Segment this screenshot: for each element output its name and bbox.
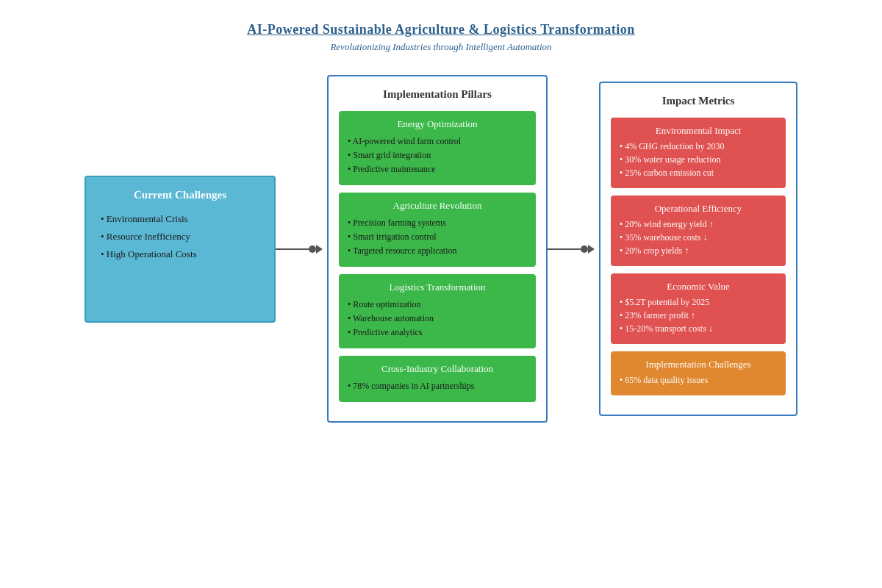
pillar-energy-item-3: Predictive maintenance — [348, 164, 527, 175]
pillar-card-logistics: Logistics Transformation Route optimizat… — [339, 274, 536, 348]
metric-ops-item-1: 20% wind energy yield ↑ — [620, 219, 777, 230]
metric-econ-list: $5.2T potential by 2025 23% farmer profi… — [620, 297, 777, 334]
connector-circle-2 — [581, 245, 588, 253]
pillar-card-agriculture: Agriculture Revolution Precision farming… — [339, 193, 536, 267]
connector-circle-1 — [309, 245, 316, 253]
pillar-agriculture-item-3: Targeted resource application — [348, 245, 527, 257]
pillar-card-energy: Energy Optimization AI-powered wind farm… — [339, 111, 536, 185]
pillar-agriculture-item-2: Smart irrigation control — [348, 232, 527, 243]
metric-econ-item-1: $5.2T potential by 2025 — [620, 297, 777, 308]
connector-arrow-2 — [588, 245, 595, 254]
metric-env-list: 4% GHG reduction by 2030 30% water usage… — [620, 141, 777, 179]
metric-econ-item-3: 15-20% transport costs ↓ — [620, 323, 777, 334]
pillar-agriculture-list: Precision farming systems Smart irrigati… — [348, 218, 527, 257]
pillar-energy-item-1: AI-powered wind farm control — [348, 136, 527, 147]
page-title: AI-Powered Sustainable Agriculture & Log… — [247, 22, 635, 37]
metric-econ-item-2: 23% farmer profit ↑ — [620, 310, 777, 321]
challenges-box: Current Challenges Environmental Crisis … — [85, 176, 276, 323]
metric-env-item-1: 4% GHG reduction by 2030 — [620, 141, 777, 152]
metric-ops-title: Operational Efficiency — [620, 203, 777, 215]
challenge-item-2: Resource Inefficiency — [99, 231, 261, 243]
page-container: AI-Powered Sustainable Agriculture & Log… — [0, 0, 882, 588]
arrow-connector-1 — [276, 245, 327, 254]
pillar-logistics-item-1: Route optimization — [348, 299, 527, 310]
metric-card-operational: Operational Efficiency 20% wind energy y… — [611, 196, 786, 266]
metric-ops-item-3: 20% crop yields ↑ — [620, 245, 777, 257]
metric-env-item-2: 30% water usage reduction — [620, 154, 777, 165]
metrics-box: Impact Metrics Environmental Impact 4% G… — [599, 82, 797, 416]
metric-card-challenges: Implementation Challenges 65% data quali… — [611, 351, 786, 395]
challenge-item-3: High Operational Costs — [99, 248, 261, 260]
pillar-logistics-item-3: Predictive analytics — [348, 327, 527, 338]
metric-challenge-title: Implementation Challenges — [620, 359, 777, 370]
metric-env-item-3: 25% carbon emission cut — [620, 168, 777, 179]
challenges-list: Environmental Crisis Resource Inefficien… — [99, 213, 261, 260]
metric-ops-item-2: 35% warehouse costs ↓ — [620, 232, 777, 243]
connector-line-2 — [548, 248, 581, 250]
pillar-logistics-item-2: Warehouse automation — [348, 313, 527, 324]
pillars-box: Implementation Pillars Energy Optimizati… — [327, 75, 548, 423]
metric-challenge-item-1: 65% data quality issues — [620, 375, 777, 386]
challenges-title: Current Challenges — [99, 189, 261, 201]
pillars-title: Implementation Pillars — [339, 88, 536, 101]
pillar-logistics-title: Logistics Transformation — [348, 282, 527, 293]
pillar-logistics-list: Route optimization Warehouse automation … — [348, 299, 527, 338]
connector-arrow-1 — [316, 245, 323, 254]
pillar-energy-item-2: Smart grid integration — [348, 150, 527, 161]
page-subtitle: Revolutionizing Industries through Intel… — [247, 41, 635, 53]
metrics-title: Impact Metrics — [611, 95, 786, 107]
pillar-agriculture-title: Agriculture Revolution — [348, 200, 527, 212]
pillar-collab-list: 78% companies in AI partnerships — [348, 381, 527, 392]
pillar-collab-title: Cross-Industry Collaboration — [348, 363, 527, 375]
metric-card-environmental: Environmental Impact 4% GHG reduction by… — [611, 118, 786, 188]
connector-line-1 — [276, 248, 309, 250]
pillar-card-collaboration: Cross-Industry Collaboration 78% compani… — [339, 356, 536, 402]
challenge-item-1: Environmental Crisis — [99, 213, 261, 225]
pillar-collab-item-1: 78% companies in AI partnerships — [348, 381, 527, 392]
pillar-energy-list: AI-powered wind farm control Smart grid … — [348, 136, 527, 175]
metric-challenge-list: 65% data quality issues — [620, 375, 777, 386]
metric-env-title: Environmental Impact — [620, 125, 777, 137]
pillar-energy-title: Energy Optimization — [348, 118, 527, 130]
metric-ops-list: 20% wind energy yield ↑ 35% warehouse co… — [620, 219, 777, 257]
metric-econ-title: Economic Value — [620, 281, 777, 293]
pillar-agriculture-item-1: Precision farming systems — [348, 218, 527, 229]
metric-card-economic: Economic Value $5.2T potential by 2025 2… — [611, 273, 786, 344]
main-flow: Current Challenges Environmental Crisis … — [0, 75, 882, 423]
header: AI-Powered Sustainable Agriculture & Log… — [247, 22, 635, 53]
arrow-connector-2 — [548, 245, 599, 254]
